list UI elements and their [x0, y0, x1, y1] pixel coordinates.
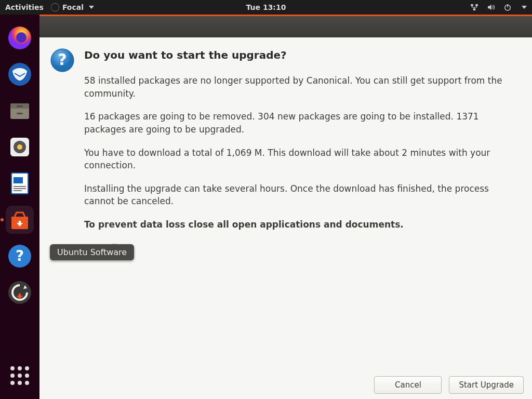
svg-rect-0 — [471, 4, 473, 6]
dialog-paragraph: Installing the upgrade can take several … — [84, 182, 515, 208]
svg-rect-10 — [17, 113, 23, 114]
svg-rect-15 — [14, 177, 23, 183]
dock-item-help[interactable]: ? — [6, 242, 34, 270]
volume-icon[interactable] — [486, 3, 496, 12]
svg-text:?: ? — [16, 247, 24, 264]
dock-tooltip: Ubuntu Software — [50, 244, 134, 260]
dock-item-writer[interactable] — [6, 169, 34, 197]
svg-text:?: ? — [58, 50, 66, 69]
dialog-paragraph: 16 packages are going to be removed. 304… — [84, 110, 515, 136]
app-menu-label: Focal — [62, 3, 84, 11]
app-menu-icon — [51, 3, 59, 11]
dock-item-ubuntu-software[interactable] — [6, 206, 34, 234]
svg-point-5 — [16, 32, 26, 43]
dock-item-firefox[interactable] — [6, 24, 34, 52]
svg-rect-2 — [473, 8, 476, 10]
start-upgrade-button[interactable]: Start Upgrade — [449, 376, 524, 394]
power-icon[interactable] — [503, 3, 512, 12]
dialog-button-row: Cancel Start Upgrade — [374, 376, 524, 394]
dialog-paragraph: 58 installed packages are no longer supp… — [84, 74, 515, 100]
details-expander[interactable]: Details — [84, 242, 515, 255]
dialog-body: ? Do you want to start the upgrade? 58 i… — [39, 37, 532, 399]
cancel-button[interactable]: Cancel — [374, 376, 442, 394]
app-menu[interactable]: Focal — [51, 3, 94, 11]
dock-item-software-updater[interactable] — [6, 278, 34, 307]
system-menu-chevron-icon[interactable] — [522, 6, 527, 9]
clock[interactable]: Tue 13:10 — [246, 3, 286, 11]
svg-point-13 — [17, 144, 22, 150]
question-icon: ? — [50, 48, 75, 254]
dock: ? — [0, 15, 39, 399]
dock-item-rhythmbox[interactable] — [6, 133, 34, 161]
dock-item-thunderbird[interactable] — [6, 60, 34, 88]
show-applications-button[interactable] — [6, 362, 34, 390]
dialog-warning: To prevent data loss close all open appl… — [84, 218, 515, 231]
activities-button[interactable]: Activities — [5, 3, 44, 11]
dialog-paragraph: You have to download a total of 1,069 M.… — [84, 147, 515, 172]
apps-grid-icon — [9, 365, 30, 386]
upgrade-dialog-window: ? Do you want to start the upgrade? 58 i… — [39, 15, 532, 399]
window-titlebar[interactable] — [39, 15, 532, 37]
dock-item-files[interactable] — [6, 97, 34, 125]
svg-rect-1 — [475, 4, 478, 6]
dialog-heading: Do you want to start the upgrade? — [84, 48, 515, 63]
svg-rect-9 — [17, 105, 23, 107]
top-bar: Activities Focal Tue 13:10 — [0, 0, 532, 15]
network-icon[interactable] — [470, 3, 479, 12]
chevron-down-icon — [89, 6, 94, 9]
